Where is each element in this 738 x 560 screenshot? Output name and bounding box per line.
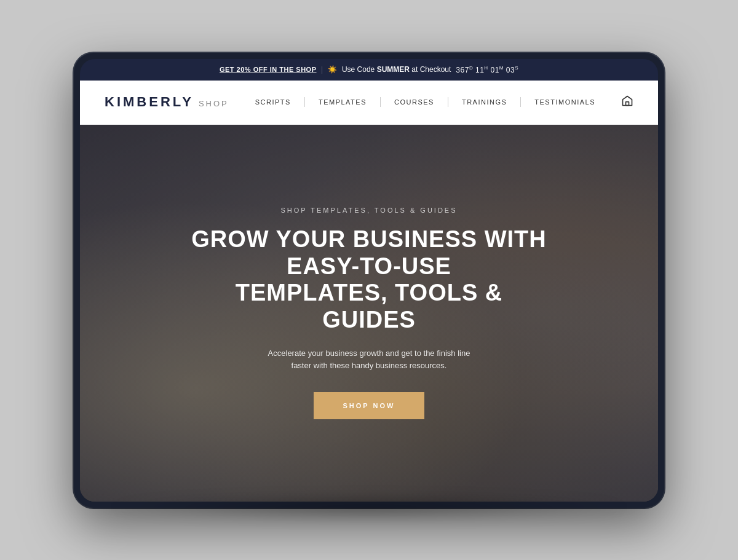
home-icon[interactable] <box>621 95 633 110</box>
logo[interactable]: KIMBERLY SHOP <box>105 94 229 110</box>
hero-title-line1: GROW YOUR BUSINESS WITH EASY-TO-USE <box>191 226 547 279</box>
navbar: KIMBERLY SHOP SCRIPTS TEMPLATES COURSES … <box>80 81 658 125</box>
hero-section: SHOP TEMPLATES, TOOLS & GUIDES GROW YOUR… <box>80 125 658 502</box>
svg-rect-0 <box>626 101 629 105</box>
logo-name: KIMBERLY <box>105 94 194 110</box>
hero-subtitle: SHOP TEMPLATES, TOOLS & GUIDES <box>191 207 547 214</box>
hero-title: GROW YOUR BUSINESS WITH EASY-TO-USE TEMP… <box>191 226 547 334</box>
nav-testimonials[interactable]: TESTIMONIALS <box>521 98 609 106</box>
countdown-minutes: 01M <box>490 66 504 74</box>
sun-icon: ☀️ <box>328 65 337 74</box>
nav-templates[interactable]: TEMPLATES <box>305 98 380 106</box>
device-frame: GET 20% OFF IN THE SHOP | ☀️ Use Code SU… <box>74 53 664 508</box>
hero-content: SHOP TEMPLATES, TOOLS & GUIDES GROW YOUR… <box>178 207 560 419</box>
nav-trainings[interactable]: TRAININGS <box>448 98 520 106</box>
nav-courses[interactable]: COURSES <box>381 98 448 106</box>
device-screen: GET 20% OFF IN THE SHOP | ☀️ Use Code SU… <box>80 59 658 502</box>
countdown-timer: 367D 11H 01M 03S <box>456 65 518 74</box>
countdown-days: 367D <box>456 66 473 74</box>
shop-now-button[interactable]: SHOP NOW <box>314 392 425 419</box>
announcement-bar: GET 20% OFF IN THE SHOP | ☀️ Use Code SU… <box>80 59 658 81</box>
countdown-hours: 11H <box>475 66 488 74</box>
countdown-seconds: 03S <box>506 66 518 74</box>
promo-code: SUMMER <box>377 65 410 74</box>
nav-links: SCRIPTS TEMPLATES COURSES TRAININGS TEST… <box>242 97 609 107</box>
hero-description: Accelerate your business growth and get … <box>191 347 547 373</box>
promo-link[interactable]: GET 20% OFF IN THE SHOP <box>220 66 317 73</box>
device-shadow <box>103 495 635 520</box>
separator: | <box>322 65 323 74</box>
nav-scripts[interactable]: SCRIPTS <box>242 98 304 106</box>
logo-shop: SHOP <box>199 99 229 108</box>
use-code-text: Use Code SUMMER at Checkout <box>342 65 451 74</box>
hero-title-line2: TEMPLATES, TOOLS & GUIDES <box>236 280 503 333</box>
